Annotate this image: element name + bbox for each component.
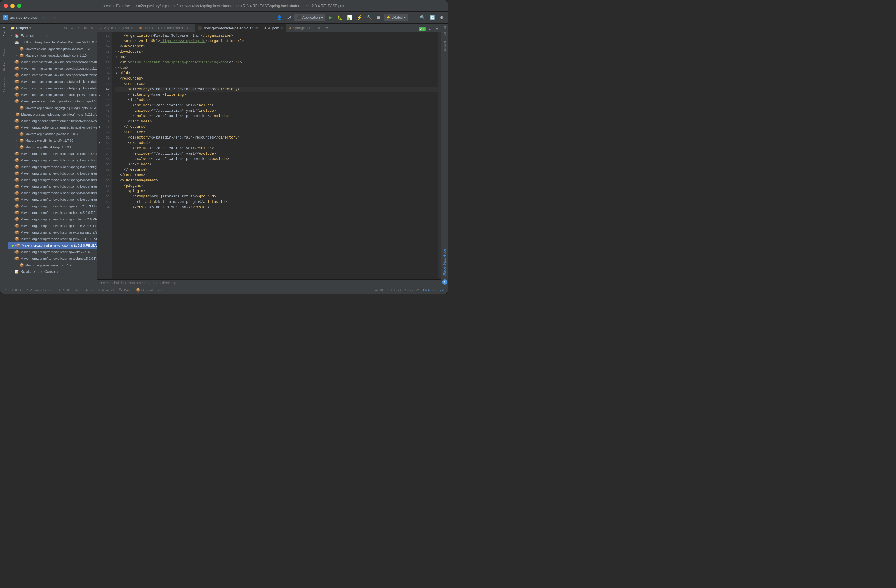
bottom-tab-build[interactable]: 🔨 Build xyxy=(117,286,132,294)
tree-item-29[interactable]: › 📦 Maven: org.springframework:spring-jc… xyxy=(8,236,97,242)
user-button[interactable]: 👤 xyxy=(275,14,283,21)
tab-close-3[interactable]: × xyxy=(281,26,283,30)
tree-item-31[interactable]: › 📦 Maven: org.springframework:spring-we… xyxy=(8,255,97,262)
tree-item-19[interactable]: › 📦 Maven: org.springframework.boot:spri… xyxy=(8,170,97,177)
bottom-tab-problems[interactable]: ⚠ Problems xyxy=(74,286,94,294)
bottom-tab-dependencies[interactable]: 📦 Dependencies xyxy=(135,286,163,294)
line-38: 38 xyxy=(98,65,112,71)
code-line-40: <resources> xyxy=(115,76,437,81)
tab-springboota[interactable]: J SpringBootA… × xyxy=(286,24,323,32)
coverage-button[interactable]: 📊 xyxy=(345,14,354,21)
status-left: ⎇ ☑ TODO xyxy=(3,288,21,292)
code-line-38: </scm> xyxy=(115,65,437,71)
right-tool-codota[interactable]: Codota xyxy=(442,24,448,39)
tree-item-14[interactable]: › 📦 Maven: org.slf4j:jul-to-slf4j:1.7.30 xyxy=(8,137,97,144)
tree-item-5[interactable]: › 📦 Maven: com.fasterxml.jackson.datatyp… xyxy=(8,78,97,85)
tree-item-18[interactable]: › 📦 Maven: org.springframework.boot:spri… xyxy=(8,163,97,170)
window-title: architectExercise – ~/.m2/repository/org… xyxy=(103,4,345,8)
line-63: 63 xyxy=(98,199,112,205)
tree-item-12[interactable]: › 📦 Maven: org.apache.tomcat.embed:tomca… xyxy=(8,124,97,131)
tabs-more-button[interactable]: ▾ xyxy=(323,24,331,32)
tree-item-21[interactable]: › 📦 Maven: org.springframework.boot:spri… xyxy=(8,183,97,190)
tab-application-java[interactable]: J Application.java × xyxy=(98,24,136,32)
tree-item-16[interactable]: › 📦 Maven: org.springframework.boot:spri… xyxy=(8,151,97,157)
panel-icon-sort[interactable]: ↕ xyxy=(76,25,82,31)
tree-item-13[interactable]: › 📦 Maven: org.glassfish:jakarta.el:3.0.… xyxy=(8,131,97,137)
tab-pom-xml[interactable]: m pom.xml (architectExercise) × xyxy=(136,24,195,32)
forward-button[interactable]: → xyxy=(49,14,57,21)
tree-item-30[interactable]: › 📦 Maven: org.springframework:spring-we… xyxy=(8,249,97,255)
code-line-51: <directory>${basedir}/src/main/resources… xyxy=(115,135,437,140)
tree-item-20[interactable]: › 📦 Maven: org.springframework.boot:spri… xyxy=(8,177,97,183)
tree-item-0[interactable]: › 📦 Maven: ch.qos.logback:logback-classi… xyxy=(8,46,97,52)
profile-button[interactable]: ⚡ xyxy=(355,14,364,21)
tree-item-3[interactable]: › 📦 Maven: com.fasterxml.jackson.core:ja… xyxy=(8,65,97,72)
status-jrebel[interactable]: JRebel Console xyxy=(422,288,445,292)
tree-item-11[interactable]: › 📦 Maven: org.apache.tomcat.embed:tomca… xyxy=(8,118,97,124)
tab-pom-release[interactable]: ⬛ spring-boot-starter-parent-2.3.4.RELEA… xyxy=(195,24,286,32)
bottom-tab-todo[interactable]: ☑ TODO xyxy=(56,286,72,294)
tree-item-8[interactable]: › 📦 Maven: jakarta.annotation:jakarta.an… xyxy=(8,98,97,105)
panel-icon-close[interactable]: × xyxy=(89,25,95,31)
line-37: 37 xyxy=(98,60,112,65)
tree-item-27[interactable]: › 📦 Maven: org.springframework:spring-co… xyxy=(8,222,97,229)
maximize-button[interactable] xyxy=(17,4,21,8)
update-button[interactable]: 🔄 xyxy=(428,14,437,21)
code-line-44: <includes> xyxy=(115,97,437,103)
strip-tab-project[interactable]: Project xyxy=(1,25,7,40)
tree-item-9[interactable]: › 📦 Maven: org.apache.logging.log4j:log4… xyxy=(8,105,97,111)
run-button[interactable]: ▶ xyxy=(326,14,334,21)
main-area: Project Structure JRebel Bookmarks 📁 Pro… xyxy=(0,24,448,286)
tree-item-26[interactable]: › 📦 Maven: org.springframework:spring-co… xyxy=(8,216,97,222)
tab-close-1[interactable]: × xyxy=(131,26,133,30)
strip-tab-jrebel[interactable]: JRebel xyxy=(1,59,7,74)
tree-item-4[interactable]: › 📦 Maven: com.fasterxml.jackson.core:ja… xyxy=(8,72,97,78)
panel-icon-locate[interactable]: ⊕ xyxy=(62,25,69,31)
strip-tab-bookmarks[interactable]: Bookmarks xyxy=(1,75,7,96)
tree-item-7[interactable]: › 📦 Maven: com.fasterxml.jackson.module:… xyxy=(8,91,97,98)
scroll-indicator[interactable] xyxy=(437,32,441,279)
editor-nav-down[interactable]: ∨ xyxy=(434,26,440,32)
tree-item-32[interactable]: › 📦 Maven: org.yaml:snakeyaml:1.26 xyxy=(8,262,97,268)
vcs-button[interactable]: ⎇ xyxy=(285,14,293,21)
tree-item-jdk[interactable]: › ☕ < 1.8 > /Library/Java/JavaVirtualMac… xyxy=(8,39,97,46)
search-button[interactable]: 🔍 xyxy=(418,14,427,21)
tree-item-22[interactable]: › 📦 Maven: org.springframework.boot:spri… xyxy=(8,190,97,196)
dependencies-tab-icon: 📦 xyxy=(136,288,140,292)
status-todo[interactable]: ☑ TODO xyxy=(8,288,21,292)
settings-button[interactable]: ⚙ xyxy=(438,14,445,21)
tree-item-scratches[interactable]: › 📝 Scratches and Consoles xyxy=(8,268,97,275)
minimize-button[interactable] xyxy=(11,4,15,8)
tree-item-24[interactable]: › 📦 Maven: org.springframework:spring-ao… xyxy=(8,203,97,209)
tree-item-23[interactable]: › 📦 Maven: org.springframework.boot:spri… xyxy=(8,196,97,203)
tree-item-2[interactable]: › 📦 Maven: com.fasterxml.jackson.core:ja… xyxy=(8,59,97,65)
run-config-selector[interactable]: ⬛ Application ▾ xyxy=(294,14,325,21)
stop-button[interactable]: ⏹ xyxy=(375,14,382,21)
tree-item-1[interactable]: › 📦 Maven: ch.qos.logback:logback-core:1… xyxy=(8,52,97,59)
strip-tab-structure[interactable]: Structure xyxy=(1,40,7,58)
tree-item-25[interactable]: › 📦 Maven: org.springframework:spring-be… xyxy=(8,209,97,216)
jrebel-button[interactable]: ⚡ JRebel ▾ xyxy=(384,14,408,21)
editor-nav-up[interactable]: ∧ xyxy=(427,26,433,32)
bottom-tab-terminal[interactable]: ▷ Terminal xyxy=(97,286,115,294)
tree-item-external-libraries[interactable]: ▾ 📚 External Libraries xyxy=(8,32,97,39)
tree-item-28[interactable]: › 📦 Maven: org.springframework:spring-ex… xyxy=(8,229,97,236)
back-button[interactable]: ← xyxy=(41,14,48,21)
close-button[interactable] xyxy=(4,4,8,8)
tree-item-10[interactable]: › 📦 Maven: org.apache.logging.log4j:log4… xyxy=(8,111,97,118)
panel-icon-settings[interactable]: ⚙ xyxy=(82,25,88,31)
toolbar-more[interactable]: ⋮ xyxy=(409,14,417,21)
right-tool-jrebel-setup[interactable]: JRebel Setup Guide xyxy=(442,247,447,278)
tree-item-selected[interactable]: ▶ › 📦 Maven: org.springframework:spring-… xyxy=(8,242,97,249)
tree-item-15[interactable]: › 📦 Maven: org.slf4j:slf4j-api:1.7.30 xyxy=(8,144,97,151)
tree-item-17[interactable]: › 📦 Maven: org.springframework.boot:spri… xyxy=(8,157,97,163)
bottom-tab-vcs[interactable]: ⎇ Version Control xyxy=(23,286,53,294)
tab-close-2[interactable]: × xyxy=(190,26,192,30)
tree-item-6[interactable]: › 📦 Maven: com.fasterxml.jackson.datatyp… xyxy=(8,85,97,91)
tab-close-4[interactable]: × xyxy=(318,26,320,30)
debug-button[interactable]: 🐛 xyxy=(335,14,344,21)
code-editor[interactable]: <organization>Pivotal Software, Inc.</or… xyxy=(112,32,437,279)
right-tool-maven[interactable]: Maven xyxy=(442,39,448,53)
panel-icon-collapse[interactable]: ≡ xyxy=(69,25,75,31)
build-button[interactable]: 🔨 xyxy=(365,14,373,21)
